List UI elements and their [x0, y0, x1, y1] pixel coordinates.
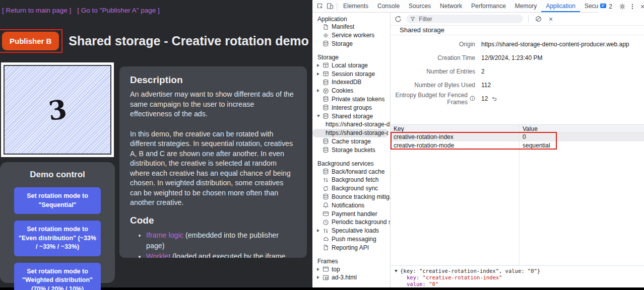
tab-memory[interactable]: Memory [510, 0, 541, 12]
publisher-annotation-box: Publisher B [0, 29, 62, 53]
sidebar-item-interest-groups[interactable]: Interest groups [312, 103, 390, 112]
column-header-key[interactable]: Key [391, 125, 520, 132]
field-value: 12/9/2024, 1:23:40 PM [481, 54, 542, 61]
code-list-item: Iframe logic (embedded into the publishe… [146, 230, 296, 251]
table-header: KeyValue [391, 124, 644, 133]
ad-creative-frame[interactable]: 3 [1, 62, 114, 157]
sidebar-item-label: IndexedDB [332, 79, 361, 86]
rotation-mode-button[interactable]: Set rotation mode to "Even distribution"… [14, 221, 101, 256]
sidebar-item-label: Cookies [332, 87, 353, 94]
refresh-icon[interactable] [394, 15, 403, 24]
delete-selected-icon[interactable]: × [546, 15, 555, 24]
preview-summary-row[interactable]: {key: "creative-rotation-index", value: … [395, 268, 640, 274]
devtools-tabbar: ElementsConsoleSourcesNetworkPerformance… [312, 0, 644, 13]
tab-console[interactable]: Console [373, 0, 404, 12]
field-label: Number of Entries [391, 68, 475, 75]
sidebar-item-push-messaging[interactable]: Push messaging [312, 235, 390, 244]
chevron-right-icon[interactable] [317, 268, 322, 271]
nav-link-return-to-main-page[interactable]: [ Return to main page ] [2, 7, 71, 14]
sidebar-item-storage[interactable]: Storage [312, 40, 390, 48]
chevron-right-icon[interactable] [317, 64, 322, 67]
device-toolbar-icon[interactable] [325, 0, 335, 12]
sidebar-item-periodic-background-s[interactable]: Periodic background s… [312, 218, 390, 227]
publisher-b-button[interactable]: Publisher B [2, 32, 59, 50]
frame-icon [322, 266, 329, 273]
sidebar-item-notifications[interactable]: Notifications [312, 201, 390, 209]
metadata-fields: Originhttps://shared-storage-demo-conten… [391, 35, 644, 107]
payment-card-icon [322, 210, 329, 218]
sidebar-item-shared-storage[interactable]: Shared storage [312, 112, 390, 120]
clear-all-icon[interactable] [534, 15, 543, 24]
info-icon[interactable] [470, 96, 475, 101]
sidebar-item-ad-3-html[interactable]: ad-3.html [312, 273, 390, 282]
chevron-right-icon[interactable] [317, 229, 322, 232]
close-devtools-icon[interactable]: × [637, 1, 644, 13]
chevron-right-icon[interactable] [317, 89, 322, 92]
rotation-mode-button[interactable]: Set rotation mode to "Weighted distribut… [14, 263, 101, 290]
ad-creative: 3 [4, 65, 111, 155]
sidebar-item-private-state-tokens[interactable]: Private state tokens [312, 95, 390, 104]
file-icon [322, 244, 329, 251]
tab-application[interactable]: Application [541, 0, 580, 12]
sidebar-item-indexeddb[interactable]: IndexedDB [312, 78, 390, 87]
sidebar-item-https-shared-storage-d[interactable]: https://shared-storage-d… [312, 129, 389, 137]
field-creation-time: Creation Time12/9/2024, 1:23:40 PM [391, 51, 644, 64]
inspect-element-icon[interactable] [315, 0, 325, 12]
settings-gear-icon[interactable] [617, 1, 627, 13]
sidebar-item-cache-storage[interactable]: Cache storage [312, 137, 390, 146]
rotation-mode-button[interactable]: Set rotation mode to "Sequential" [14, 187, 101, 214]
toolbar-divider [337, 3, 337, 10]
chevron-down-icon[interactable] [317, 115, 322, 117]
database-icon [322, 138, 329, 145]
sidebar-item-label: Background fetch [332, 176, 378, 183]
reset-budget-icon[interactable] [491, 96, 497, 102]
application-sidebar: ApplicationManifestService workersStorag… [312, 13, 391, 287]
sidebar-item-label: Back/forward cache [332, 168, 384, 175]
page-header: Publisher B Shared storage - Creative ro… [0, 29, 309, 53]
tab-sources[interactable]: Sources [404, 0, 435, 12]
top-navigation-links: [ Return to main page ][ Go to "Publishe… [2, 7, 166, 14]
sidebar-item-storage-buckets[interactable]: Storage buckets [312, 146, 390, 154]
sidebar-item-reporting-api[interactable]: Reporting API [312, 243, 390, 252]
expand-triangle-icon[interactable] [395, 270, 398, 272]
sidebar-item-label: Background sync [332, 185, 378, 192]
sidebar-item-top[interactable]: top [312, 265, 390, 273]
kebab-menu-icon[interactable] [627, 1, 637, 13]
sidebar-item-manifest[interactable]: Manifest [312, 23, 390, 31]
sidebar-item-background-fetch[interactable]: Background fetch [312, 176, 390, 184]
tab-performance[interactable]: Performance [467, 0, 510, 12]
description-paragraph-1: An advertiser may want to show different… [130, 90, 296, 119]
nav-link-go-to-publisher-a-page[interactable]: [ Go to "Publisher A" page ] [77, 7, 159, 14]
property-name: key: [407, 274, 423, 280]
publisher-demo-page: [ Return to main page ][ Go to "Publishe… [0, 0, 312, 287]
filter-input[interactable] [418, 15, 519, 23]
code-link-worklet[interactable]: Worklet [146, 252, 170, 258]
preview-property-row: value: "0" [395, 281, 640, 287]
table-row[interactable]: creative-rotation-index0 [391, 133, 644, 141]
field-value: 112 [481, 82, 491, 89]
file-icon [322, 23, 329, 30]
sidebar-item-label: Reporting API [332, 244, 369, 251]
sidebar-item-speculative-loads[interactable]: Speculative loads [312, 227, 390, 235]
code-link-iframe-logic[interactable]: Iframe logic [146, 231, 183, 239]
issues-counter[interactable]: 2 [600, 3, 612, 10]
sidebar-item-back-forward-cache[interactable]: Back/forward cache [312, 167, 390, 176]
sidebar-item-session-storage[interactable]: Session storage [312, 69, 390, 78]
chevron-right-icon[interactable] [317, 276, 322, 279]
tab-elements[interactable]: Elements [339, 0, 373, 12]
sidebar-item-background-sync[interactable]: Background sync [312, 184, 390, 193]
sidebar-item-label: Storage [332, 40, 353, 47]
sidebar-item-label: Notifications [332, 202, 364, 209]
sidebar-item-cookies[interactable]: Cookies [312, 87, 390, 95]
toolbar-divider [528, 15, 529, 23]
table-row[interactable]: creative-rotation-modesequential [391, 141, 644, 150]
sidebar-item-https-shared-storage-d[interactable]: https://shared-storage-d… [312, 120, 390, 129]
sidebar-item-local-storage[interactable]: Local storage [312, 61, 390, 69]
chevron-right-icon[interactable] [317, 72, 322, 76]
tab-network[interactable]: Network [435, 0, 467, 12]
sidebar-item-service-workers[interactable]: Service workers [312, 31, 390, 40]
sidebar-item-payment-handler[interactable]: Payment handler [312, 209, 390, 218]
cloud-icon [322, 236, 329, 243]
sidebar-item-bounce-tracking-mitiga[interactable]: Bounce tracking mitiga… [312, 193, 390, 201]
column-header-value[interactable]: Value [520, 125, 644, 132]
